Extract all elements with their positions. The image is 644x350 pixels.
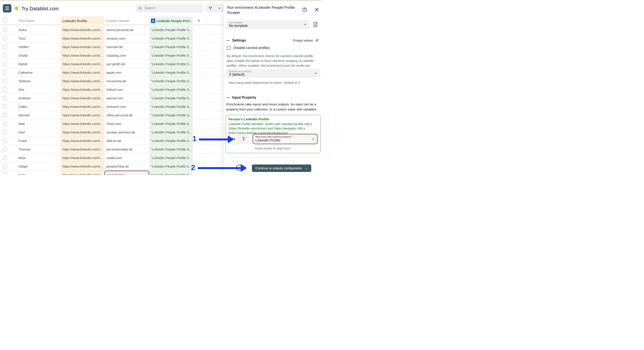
continue-button[interactable]: Continue to outputs configuration → [252, 165, 311, 172]
cell-linkedin-profile[interactable]: https://www.linkedin.com/i... [60, 43, 104, 51]
custom-text-mode-button[interactable]: T [238, 134, 249, 144]
row-checkbox[interactable] [3, 87, 7, 92]
cell-linkedin-profile[interactable]: https://www.linkedin.com/i... [60, 162, 104, 171]
cell-enrichment-result[interactable]: "LinkedIn People Profile Scr... [149, 60, 193, 68]
cell-enrichment-result[interactable]: "LinkedIn People Profile Scr... [149, 94, 193, 102]
cell-linkedin-profile[interactable]: https://www.linkedin.com/i... [60, 111, 104, 119]
cell-first-name[interactable]: Mirja [18, 154, 26, 162]
column-header-current-domain[interactable]: Current Domain [106, 19, 130, 22]
cell-enrichment-result[interactable]: "LinkedIn People Profile Scr... [149, 68, 193, 77]
cell-first-name[interactable]: Zeljko [18, 102, 27, 111]
cell-first-name[interactable]: Stefanie [18, 77, 30, 85]
cell-first-name[interactable]: Timo [18, 34, 26, 42]
row-checkbox[interactable] [3, 147, 7, 152]
cell-first-name[interactable]: Andreas [18, 94, 31, 102]
filter-button[interactable] [206, 4, 224, 12]
cell-current-domain[interactable]: apple.com [104, 68, 149, 77]
column-header-first-name[interactable]: First Name [18, 19, 34, 22]
row-checkbox[interactable] [3, 62, 7, 66]
cell-linkedin-profile[interactable]: https://www.linkedin.com/i... [60, 145, 104, 153]
cell-linkedin-profile[interactable]: https://www.linkedin.com/i... [60, 119, 104, 128]
select-all-checkbox[interactable] [3, 18, 7, 23]
map-input-select[interactable]: Map input with existing property * Linke… [252, 134, 318, 144]
cell-first-name[interactable]: Mahdi [18, 60, 28, 68]
row-checkbox[interactable] [3, 36, 7, 41]
column-header-enrichment[interactable]: in LinkedIn People Profile ... [149, 16, 193, 25]
cell-linkedin-profile[interactable]: https://www.linkedin.com/i... [60, 60, 104, 68]
cell-first-name[interactable]: Anika [18, 26, 27, 34]
empty-values-button[interactable]: Empty values [293, 38, 319, 42]
cell-first-name[interactable]: Steffen [18, 43, 29, 51]
cell-linkedin-profile[interactable]: https://www.linkedin.com/i... [60, 85, 104, 94]
row-checkbox[interactable] [3, 45, 7, 49]
cell-current-domain[interactable]: Airbnb.com [104, 85, 149, 94]
cell-enrichment-result[interactable]: "LinkedIn People Profile Scr... [149, 128, 193, 136]
row-checkbox[interactable] [3, 164, 7, 169]
cell-enrichment-result[interactable]: "LinkedIn People Profile Scr... [149, 162, 193, 171]
experiences-select[interactable]: Experiences to return 3 (default) [226, 69, 320, 78]
search-box[interactable] [136, 4, 204, 12]
cell-first-name[interactable]: Matt [18, 119, 25, 128]
cell-linkedin-profile[interactable]: https://www.linkedin.com/i... [60, 171, 104, 175]
menu-button[interactable] [3, 4, 12, 12]
cell-enrichment-result[interactable]: "LinkedIn People Profile Scr... [149, 145, 193, 153]
row-checkbox[interactable] [3, 113, 7, 118]
cell-current-domain[interactable]: personamobile.de [104, 145, 149, 153]
cell-linkedin-profile[interactable]: https://www.linkedin.com/i... [60, 94, 104, 102]
cell-enrichment-result[interactable]: "LinkedIn People Profile Scr... [149, 171, 193, 175]
cell-first-name[interactable]: Michael [18, 111, 30, 119]
cell-first-name[interactable]: Frank [18, 137, 27, 145]
row-checkbox[interactable] [3, 156, 7, 160]
cell-linkedin-profile[interactable]: https://www.linkedin.com/i... [60, 77, 104, 85]
save-template-icon[interactable] [313, 22, 318, 27]
cell-current-domain[interactable]: par-gmbh.de [104, 60, 149, 68]
cell-first-name[interactable]: Rita [18, 85, 24, 94]
cell-current-domain[interactable]: slomo-personal.de [104, 26, 149, 34]
cell-linkedin-profile[interactable]: https://www.linkedin.com/i... [60, 102, 104, 111]
row-checkbox[interactable] [3, 139, 7, 143]
row-checkbox[interactable] [3, 130, 7, 135]
cell-first-name[interactable]: Dilsâd [18, 51, 28, 59]
cell-first-name[interactable]: Holger [18, 162, 28, 171]
cell-linkedin-profile[interactable]: https://www.linkedin.com/i... [60, 154, 104, 162]
row-checkbox[interactable] [3, 70, 7, 75]
cell-enrichment-result[interactable]: "LinkedIn People Profile Scr... [149, 137, 193, 145]
row-checkbox[interactable] [3, 96, 7, 100]
cell-current-domain[interactable]: office-personal.de [104, 111, 149, 119]
cell-enrichment-result[interactable]: "LinkedIn People Profile Scr... [149, 111, 193, 119]
cell-current-domain[interactable]: nvidia.com [104, 154, 149, 162]
cell-current-domain[interactable]: be4work.com [104, 102, 149, 111]
row-checkbox[interactable] [3, 173, 7, 175]
cell-current-domain[interactable]: Amazon.com [104, 34, 149, 42]
cell-current-domain[interactable]: paypal.com [104, 171, 149, 175]
input-property-section-header[interactable]: Input Property [227, 96, 256, 100]
cell-current-domain[interactable]: people2help.de [104, 162, 149, 171]
cell-linkedin-profile[interactable]: https://www.linkedin.com/i... [60, 137, 104, 145]
cell-enrichment-result[interactable]: "LinkedIn People Profile Scr... [149, 154, 193, 162]
add-column-button[interactable]: + [196, 17, 202, 24]
cell-first-name[interactable]: Axel [18, 128, 25, 136]
cell-enrichment-result[interactable]: "LinkedIn People Profile Scr... [149, 85, 193, 94]
cell-enrichment-result[interactable]: "LinkedIn People Profile Scr... [149, 102, 193, 111]
cell-current-domain[interactable]: add-on.de [104, 137, 149, 145]
cell-enrichment-result[interactable]: "LinkedIn People Profile Scr... [149, 77, 193, 85]
row-checkbox[interactable] [3, 79, 7, 83]
cell-current-domain[interactable]: openai.com [104, 94, 149, 102]
row-checkbox[interactable] [3, 53, 7, 58]
settings-section-header[interactable]: Settings [227, 38, 246, 42]
row-checkbox[interactable] [3, 27, 7, 32]
cell-current-domain[interactable]: Tesla.com [104, 119, 149, 128]
cell-linkedin-profile[interactable]: https://www.linkedin.com/i... [60, 26, 104, 34]
cell-enrichment-result[interactable]: "LinkedIn People Profile Scr... [149, 51, 193, 59]
cell-enrichment-result[interactable]: "LinkedIn People Profile Scr... [149, 119, 193, 128]
disable-cached-checkbox[interactable] [227, 46, 231, 50]
cell-enrichment-result[interactable]: "LinkedIn People Profile Scr... [149, 26, 193, 34]
cell-current-domain[interactable]: wuraventa.de [104, 77, 149, 85]
column-header-linkedin-profile[interactable]: LinkedIn Profile [60, 16, 104, 25]
cell-linkedin-profile[interactable]: https://www.linkedin.com/i... [60, 128, 104, 136]
search-input[interactable] [144, 6, 201, 10]
close-icon[interactable] [315, 8, 319, 11]
row-checkbox[interactable] [3, 121, 7, 126]
cell-first-name[interactable]: Thomas [18, 145, 30, 153]
cell-linkedin-profile[interactable]: https://www.linkedin.com/i... [60, 34, 104, 42]
